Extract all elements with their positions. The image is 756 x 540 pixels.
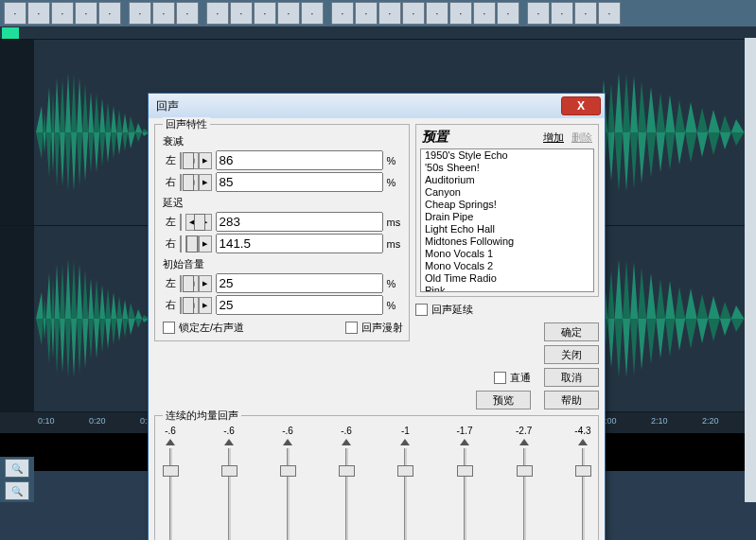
echo-continue-checkbox[interactable]: 回声延续 <box>415 303 599 317</box>
eq-slider[interactable] <box>515 448 534 540</box>
delay-left-input[interactable] <box>216 212 383 232</box>
wf2-button[interactable]: · <box>152 2 175 25</box>
eq-band: -4.3 22K <box>573 426 592 540</box>
zoom-out-button[interactable]: 🔍 <box>5 481 29 500</box>
eq-gain-value: -1 <box>401 426 410 436</box>
help-button[interactable]: · <box>598 2 621 25</box>
ed1-button[interactable]: · <box>230 2 253 25</box>
pause-button[interactable]: · <box>378 2 401 25</box>
zoom-in-button[interactable]: 🔍 <box>5 459 29 478</box>
cancel-button[interactable]: 取消 <box>544 368 599 387</box>
time-button[interactable]: · <box>449 2 472 25</box>
eq-gain-value: -1.7 <box>456 426 472 436</box>
presets-title: 预置 <box>422 129 448 146</box>
close-button[interactable]: 关闭 <box>544 345 599 364</box>
eq-slider[interactable] <box>455 448 474 540</box>
dialog-titlebar[interactable]: 回声 X <box>149 94 605 118</box>
waveform <box>585 40 755 225</box>
eq-slider[interactable] <box>573 448 592 540</box>
eq-gain-value: -4.3 <box>574 426 590 436</box>
delay-label: 延迟 <box>163 196 403 210</box>
paste-button[interactable]: · <box>75 2 97 25</box>
ed3-button[interactable]: · <box>277 2 300 25</box>
loop-button[interactable]: · <box>473 2 496 25</box>
echo-spread-checkbox[interactable]: 回声漫射 <box>345 321 403 335</box>
decay-left-input[interactable] <box>216 150 383 170</box>
ff-button[interactable]: · <box>402 2 425 25</box>
eq-up-icon[interactable] <box>283 439 292 445</box>
b-button[interactable]: · <box>527 2 550 25</box>
preset-item[interactable]: Cheap Springs! <box>421 199 593 211</box>
preset-item[interactable]: Light Echo Hall <box>421 223 593 235</box>
lock-lr-checkbox[interactable]: 锁定左/右声道 <box>163 321 244 335</box>
eq-slider[interactable] <box>278 448 297 540</box>
preset-delete-link[interactable]: 删除 <box>571 131 592 145</box>
fx-button[interactable]: · <box>551 2 573 25</box>
decay-right-slider[interactable] <box>180 174 182 191</box>
cut-button[interactable]: · <box>27 2 50 25</box>
delay-right-slider[interactable] <box>180 235 182 253</box>
preset-item[interactable]: Old Time Radio <box>421 272 593 285</box>
delay-right-input[interactable] <box>216 234 383 253</box>
eq-group: 连续的均量回声 -.6 86-.6 172-.6 344-.6 689-1 1.… <box>154 415 599 540</box>
initvol-right-input[interactable] <box>216 295 383 315</box>
spin-up-icon[interactable]: ▶ <box>199 152 212 169</box>
ok-button[interactable]: 确定 <box>544 322 599 341</box>
eq-slider[interactable] <box>396 448 414 540</box>
close-icon[interactable]: X <box>561 96 601 115</box>
initvol-left-input[interactable] <box>216 273 383 293</box>
eq-slider[interactable] <box>220 448 238 540</box>
eq-up-icon[interactable] <box>460 439 469 445</box>
eq-band: -1.7 2.9K <box>455 426 475 540</box>
copy-button[interactable]: · <box>51 2 74 25</box>
ed2-button[interactable]: · <box>254 2 276 25</box>
ruler-tick: 2:20 <box>702 416 719 426</box>
waveform <box>585 226 755 411</box>
rec-button[interactable]: · <box>426 2 448 25</box>
overview-strip[interactable] <box>0 27 756 40</box>
preset-item[interactable]: '50s Sheen! <box>421 162 593 174</box>
doc-button[interactable]: · <box>98 2 121 25</box>
spin-up-icon[interactable]: ▶ <box>199 174 212 191</box>
eq-up-icon[interactable] <box>400 439 410 445</box>
file-button[interactable]: · <box>4 2 26 25</box>
preview-button[interactable]: 预览 <box>476 391 531 409</box>
presets-listbox[interactable]: 1950's Style Echo'50s Sheen!AuditoriumCa… <box>420 148 594 292</box>
wf1-button[interactable]: · <box>129 2 151 25</box>
gear-button[interactable]: · <box>574 2 597 25</box>
echo-dialog: 回声 X 回声特性 衰减 左 ◀▶ % 右 ◀▶ <box>148 93 606 540</box>
preset-item[interactable]: Canyon <box>421 186 593 199</box>
preset-item[interactable]: Midtones Following <box>421 235 593 248</box>
mark-button[interactable]: · <box>206 2 229 25</box>
dialog-title: 回声 <box>156 98 179 114</box>
preset-item[interactable]: Pink <box>421 285 593 292</box>
preset-item[interactable]: Auditorium <box>421 174 593 186</box>
a-button[interactable]: · <box>497 2 519 25</box>
sel-button[interactable]: · <box>176 2 199 25</box>
preset-item[interactable]: Mono Vocals 2 <box>421 260 593 272</box>
decay-right-input[interactable] <box>216 172 383 192</box>
eq-up-icon[interactable] <box>578 439 588 445</box>
stop-button[interactable]: · <box>331 2 354 25</box>
preset-item[interactable]: Drain Pipe <box>421 211 593 223</box>
help-button[interactable]: 帮助 <box>544 391 599 409</box>
preset-add-link[interactable]: 增加 <box>543 131 564 145</box>
eq-slider[interactable] <box>161 448 180 540</box>
overview-selection[interactable] <box>2 27 19 39</box>
eq-up-icon[interactable] <box>224 439 234 445</box>
decay-left-slider[interactable] <box>180 152 182 169</box>
play-button[interactable]: · <box>355 2 378 25</box>
passthru-checkbox[interactable]: 直通 <box>494 371 531 385</box>
delay-left-slider[interactable] <box>180 214 182 231</box>
eq-band: -2.7 7.3K <box>514 426 534 540</box>
initvol-left-slider[interactable] <box>180 275 182 292</box>
rew-button[interactable]: · <box>301 2 324 25</box>
eq-up-icon[interactable] <box>519 439 529 445</box>
eq-up-icon[interactable] <box>166 439 175 445</box>
initvol-right-slider[interactable] <box>180 297 182 314</box>
preset-item[interactable]: Mono Vocals 1 <box>421 248 593 260</box>
preset-item[interactable]: 1950's Style Echo <box>421 149 593 162</box>
eq-slider[interactable] <box>337 448 356 540</box>
eq-gain-value: -.6 <box>282 426 293 436</box>
eq-up-icon[interactable] <box>342 439 351 445</box>
